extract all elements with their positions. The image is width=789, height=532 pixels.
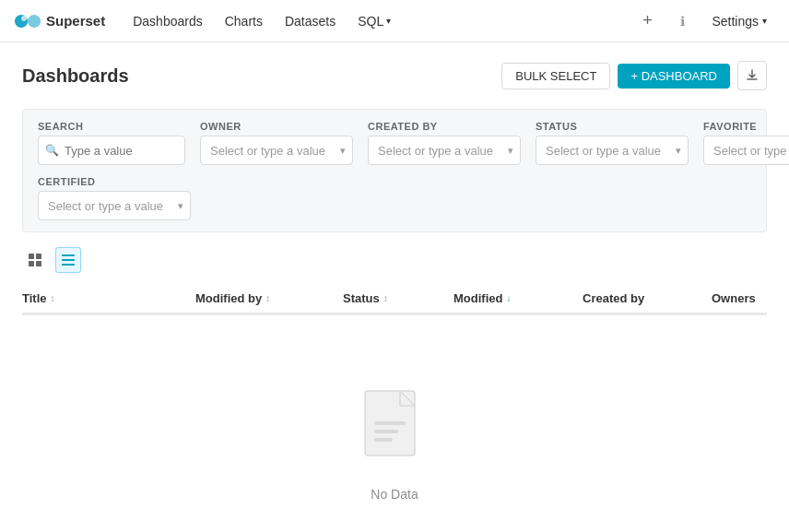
no-data-container: No Data: [22, 315, 767, 532]
status-filter-label: STATUS: [536, 121, 689, 132]
grid-view-button[interactable]: [22, 247, 48, 273]
logo-text: Superset: [46, 13, 105, 29]
navbar: Superset Dashboards Charts Datasets SQL …: [0, 0, 789, 42]
th-modified-by[interactable]: Modified by ↕: [188, 291, 336, 305]
certified-select[interactable]: Select or type a value: [38, 191, 191, 220]
table-container: Title ↕ Modified by ↕ Status ↕ Modified …: [22, 284, 767, 532]
certified-select-wrapper: Select or type a value: [38, 191, 191, 220]
status-select[interactable]: Select or type a value: [536, 136, 689, 165]
title-sort-icon: ↕: [51, 293, 55, 303]
owner-select-wrapper: Select or type a value: [200, 136, 353, 165]
th-modified[interactable]: Modified ↓: [446, 291, 575, 305]
filters-row-1: SEARCH 🔍 OWNER Select or type a value CR…: [38, 121, 751, 165]
filter-owner-group: OWNER Select or type a value: [200, 121, 353, 165]
info-icon-button[interactable]: ℹ: [669, 8, 695, 34]
page-header: Dashboards BULK SELECT + DASHBOARD: [22, 61, 767, 90]
no-data-text: No Data: [371, 487, 418, 502]
favorite-select-wrapper: Select or type a value: [703, 136, 789, 165]
settings-button[interactable]: Settings ▾: [704, 10, 774, 32]
grid-icon: [28, 253, 42, 267]
svg-rect-10: [374, 438, 393, 442]
modified-sort-icon: ↓: [506, 293, 511, 303]
view-controls: [22, 247, 767, 273]
filters-section: SEARCH 🔍 OWNER Select or type a value CR…: [22, 109, 767, 232]
no-data-icon: [358, 389, 431, 472]
nav-dashboards[interactable]: Dashboards: [124, 10, 212, 32]
th-owners: Owners: [704, 291, 789, 305]
navbar-links: Dashboards Charts Datasets SQL ▾: [124, 10, 616, 32]
svg-rect-4: [62, 254, 75, 256]
svg-rect-2: [29, 261, 34, 266]
filter-created-by-group: CREATED BY Select or type a value: [368, 121, 521, 165]
svg-rect-5: [62, 259, 75, 261]
created-by-select-wrapper: Select or type a value: [368, 136, 521, 165]
download-button[interactable]: [737, 61, 767, 90]
nav-charts[interactable]: Charts: [216, 10, 272, 32]
search-filter-label: SEARCH: [38, 121, 185, 132]
status-select-wrapper: Select or type a value: [536, 136, 689, 165]
th-title[interactable]: Title ↕: [22, 291, 188, 305]
created-by-select[interactable]: Select or type a value: [368, 136, 521, 165]
nav-sql[interactable]: SQL ▾: [348, 10, 400, 32]
th-created-by: Created by: [575, 291, 704, 305]
filter-search-group: SEARCH 🔍: [38, 121, 185, 165]
logo[interactable]: Superset: [15, 13, 105, 29]
favorite-select[interactable]: Select or type a value: [703, 136, 789, 165]
nav-datasets[interactable]: Datasets: [276, 10, 345, 32]
navbar-actions: + ℹ Settings ▾: [634, 8, 774, 34]
main-content: Dashboards BULK SELECT + DASHBOARD SEARC…: [0, 42, 789, 532]
svg-rect-3: [36, 261, 41, 266]
page-title: Dashboards: [22, 65, 129, 87]
settings-dropdown-icon: ▾: [762, 16, 767, 26]
svg-rect-9: [374, 430, 398, 433]
bulk-select-button[interactable]: BULK SELECT: [501, 63, 610, 89]
owner-select[interactable]: Select or type a value: [200, 136, 353, 165]
sql-dropdown-icon: ▾: [386, 16, 391, 26]
svg-rect-1: [36, 254, 41, 259]
modified-by-sort-icon: ↕: [265, 293, 270, 303]
filter-favorite-group: FAVORITE Select or type a value: [703, 121, 789, 165]
owner-filter-label: OWNER: [200, 121, 353, 132]
certified-filter-label: CERTIFIED: [38, 176, 191, 187]
svg-rect-8: [374, 421, 406, 425]
header-actions: BULK SELECT + DASHBOARD: [501, 61, 767, 90]
svg-rect-0: [29, 254, 34, 259]
search-input[interactable]: [38, 136, 185, 165]
filter-certified-group: CERTIFIED Select or type a value: [38, 176, 191, 220]
filter-status-group: STATUS Select or type a value: [536, 121, 689, 165]
search-icon: 🔍: [45, 144, 59, 157]
svg-rect-6: [62, 264, 75, 266]
filters-row-2: CERTIFIED Select or type a value: [38, 176, 751, 220]
created-by-filter-label: CREATED BY: [368, 121, 521, 132]
download-icon: [746, 69, 759, 82]
status-sort-icon: ↕: [383, 293, 388, 303]
add-icon-button[interactable]: +: [634, 8, 660, 34]
search-filter-wrapper: 🔍: [38, 136, 185, 165]
add-dashboard-button[interactable]: + DASHBOARD: [618, 64, 730, 89]
table-header: Title ↕ Modified by ↕ Status ↕ Modified …: [22, 284, 767, 314]
th-status[interactable]: Status ↕: [336, 291, 446, 305]
list-view-button[interactable]: [55, 247, 81, 273]
favorite-filter-label: FAVORITE: [703, 121, 789, 132]
list-icon: [61, 253, 76, 267]
